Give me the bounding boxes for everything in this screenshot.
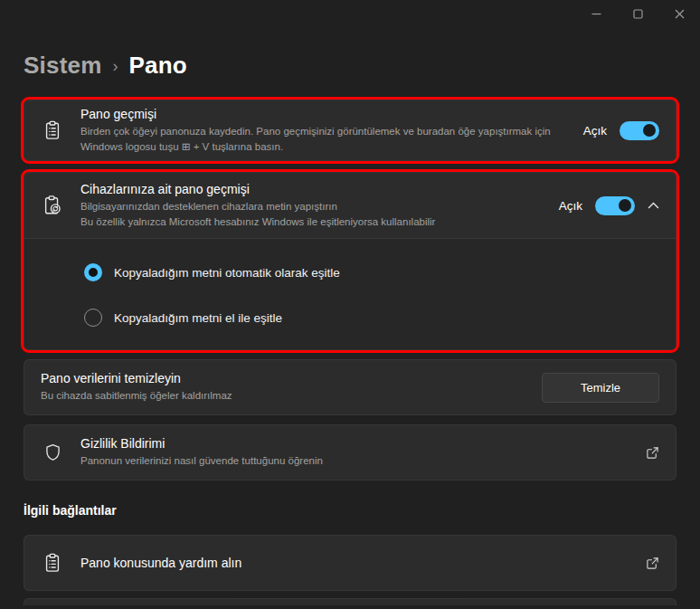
clear-button[interactable]: Temizle [542,373,659,403]
device-history-toggle[interactable] [595,196,635,215]
clear-data-subtitle: Bu cihazda sabitlenmiş öğeler kaldırılma… [41,388,511,404]
maximize-icon [633,9,643,19]
title-bar [0,0,700,31]
privacy-subtitle: Panonun verilerinizi nasıl güvende tuttu… [80,453,551,469]
help-title: Pano konusunda yardım alın [80,556,637,570]
clipboard-history-description: Birden çok öğeyi panonuza kaydedin. Pano… [80,124,551,154]
privacy-text: Gizlilik Bildirimi Panonun verilerinizi … [80,436,646,469]
external-link-icon[interactable] [646,446,659,460]
device-history-note: Bu özellik yalnızca Microsoft hesabınız … [80,214,550,230]
clipboard-history-toggle-label: Açık [583,124,607,138]
sync-manual-label: Kopyaladığım metni el ile eşitle [114,311,282,325]
breadcrumb-system-link[interactable]: Sistem [24,52,101,80]
device-history-card: Cihazlarınıza ait pano geçmişi Bilgisaya… [24,172,676,350]
sync-manual-option[interactable]: Kopyaladığım metni el ile eşitle [84,304,659,331]
device-history-toggle-label: Açık [559,199,582,213]
clipboard-icon [24,552,80,574]
device-history-header[interactable]: Cihazlarınıza ait pano geçmişi Bilgisaya… [24,173,676,238]
clear-data-title: Pano verilerini temizleyin [41,371,533,385]
clipboard-sync-icon [24,194,80,217]
external-link-icon[interactable] [646,557,659,570]
toggle-knob [619,199,631,212]
settings-page: Sistem › Pano Pano geçmişi Birden çok öğ… [0,49,700,605]
clipboard-icon [24,119,80,141]
clear-data-text: Pano verilerini temizleyin Bu cihazda sa… [24,371,542,404]
privacy-card[interactable]: Gizlilik Bildirimi Panonun verilerinizi … [24,424,676,481]
help-text: Pano konusunda yardım alın [80,556,646,570]
sync-auto-label: Kopyaladığım metni otomatik olarak eşitl… [114,266,340,280]
radio-selected-icon[interactable] [84,263,102,281]
related-links-header: İlgili bağlantılar [24,500,676,520]
privacy-title: Gizlilik Bildirimi [80,436,637,451]
chevron-up-icon[interactable] [648,202,659,210]
sync-auto-option[interactable]: Kopyaladığım metni otomatik olarak eşitl… [84,259,659,286]
device-history-title: Cihazlarınıza ait pano geçmişi [80,182,550,196]
clipboard-history-card: Pano geçmişi Birden çok öğeyi panonuza k… [24,100,676,161]
close-button[interactable] [658,0,700,27]
radio-unselected-icon[interactable] [84,309,102,327]
device-history-options: Kopyaladığım metni otomatik olarak eşitl… [24,239,676,349]
shield-icon [24,442,80,463]
breadcrumb-separator-icon: › [112,55,118,76]
device-history-subtitle: Bilgisayarınızdan desteklenen cihazlara … [80,199,550,214]
clipboard-history-title: Pano geçmişi [80,107,574,121]
clipboard-history-toggle[interactable] [620,121,659,140]
minimize-icon [591,9,601,19]
toggle-knob [643,124,656,137]
next-card-partial [24,598,676,605]
clipboard-history-text: Pano geçmişi Birden çok öğeyi panonuza k… [80,107,583,154]
minimize-button[interactable] [575,0,617,27]
maximize-button[interactable] [617,0,658,27]
clear-data-card: Pano verilerini temizleyin Bu cihazda sa… [24,359,676,415]
clipboard-help-card[interactable]: Pano konusunda yardım alın [24,535,676,591]
breadcrumb: Sistem › Pano [24,49,676,81]
close-icon [675,9,685,19]
device-history-text: Cihazlarınıza ait pano geçmişi Bilgisaya… [80,182,559,229]
page-title: Pano [128,52,186,80]
